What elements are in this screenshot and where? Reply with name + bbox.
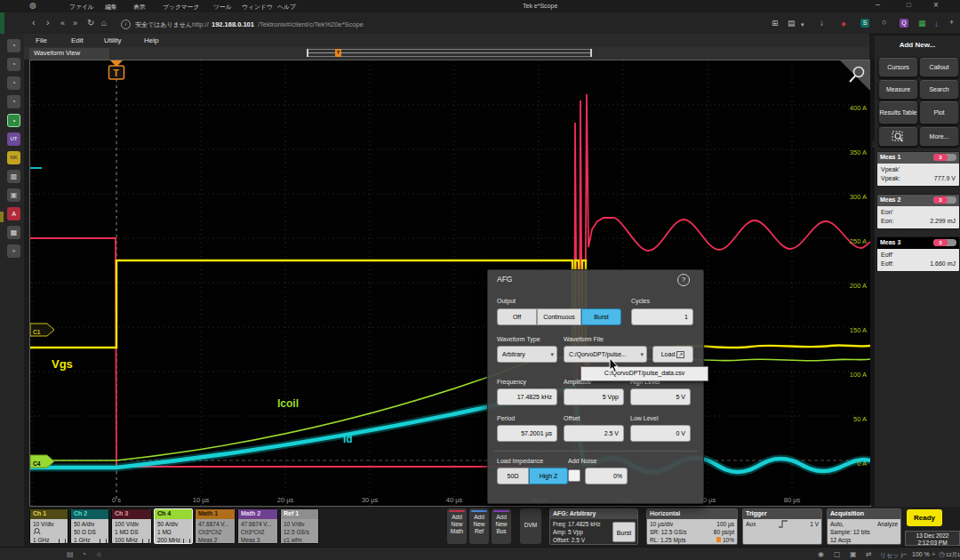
overview-trigger-marker[interactable]: T [335, 49, 341, 57]
swap-icon[interactable]: ⇄ [866, 550, 872, 558]
math1-badge[interactable]: Math 1 47.6674 V... Ch3*Ch2 Meas 2 [195, 508, 236, 544]
afg-burst-button[interactable]: Burst [612, 522, 636, 542]
ch3-badge[interactable]: Ch 3 100 V/div 1 MΩ DS 100 MHz [111, 508, 152, 544]
forward-icon[interactable]: › [46, 19, 50, 27]
sync-icon[interactable]: ◔ [82, 550, 86, 558]
waveform-type-dropdown[interactable]: Arbitrary▾ [497, 346, 557, 363]
help-icon[interactable]: ? [677, 274, 690, 286]
zoom-out-icon[interactable]: − [903, 550, 908, 558]
ref1-badge[interactable]: Ref 1 10 V/div 12.5 GS/s c1.wfm [280, 508, 319, 544]
extension-red-icon[interactable]: ● [841, 19, 846, 28]
cursors-button[interactable]: Cursors [878, 57, 918, 77]
offset-input[interactable]: 2.5 V [564, 425, 624, 442]
frequency-input[interactable]: 17.4825 kHz [497, 388, 557, 405]
output-burst-button[interactable]: Burst [581, 308, 621, 325]
ch4-badge[interactable]: Ch 4 50 A/div 1 MΩ 200 MHz [154, 508, 193, 544]
add-new-bus-button[interactable]: Add New Bus [492, 508, 511, 544]
bookmark-icon[interactable]: ▤ [788, 20, 796, 28]
impedance-50ohm-button[interactable]: 50Ω [497, 468, 529, 484]
image-toggle-icon[interactable]: ▣ [850, 550, 857, 558]
info-icon[interactable]: i [121, 20, 131, 29]
menu-bookmarks-jp[interactable]: ブックマーク [163, 3, 200, 12]
low-level-input[interactable]: 0 V [630, 425, 691, 442]
menu-help-jp[interactable]: ヘルプ [277, 3, 296, 12]
trigger-badge[interactable]: Trigger Aux 1 V [742, 508, 822, 545]
fastforward-icon[interactable]: » [73, 20, 77, 28]
menu-view-jp[interactable]: 表示 [133, 3, 146, 12]
reload-icon[interactable]: ↻ [87, 19, 94, 27]
tab-icon-3[interactable]: ◔ [7, 76, 20, 90]
panel-toggle-icon[interactable]: ▤ [67, 550, 74, 558]
rewind-icon[interactable]: « [60, 20, 65, 28]
waveform-view-tab[interactable]: Waveform View [29, 48, 109, 60]
tab-icon-a[interactable]: A [7, 207, 20, 220]
tab-icon-grid[interactable]: ▦ [7, 226, 20, 239]
math2-badge[interactable]: Math 2 47.6674 V... Ch3*Ch2 Meas 3 [237, 508, 278, 544]
measure-button[interactable]: Measure [878, 79, 918, 100]
new-tab-icon[interactable]: + [7, 244, 20, 258]
capture-icon[interactable]: ◉ [818, 550, 824, 558]
waveform-file-dropdown[interactable]: C:/QorvoDPT/pulse...▾ [564, 346, 647, 363]
close-button[interactable]: × [933, 1, 939, 9]
load-button[interactable]: Load ↗ [652, 346, 693, 363]
active-tab-icon[interactable]: ◔ [7, 114, 20, 127]
tab-icon-ut[interactable]: UT [7, 132, 20, 146]
impedance-highz-button[interactable]: High Z [529, 468, 568, 484]
waveform-plot[interactable]: C1 C4 T Vgs Icoil Id 400 A 350 A 300 A 2… [29, 60, 871, 507]
tab-icon-3d[interactable]: ▣ [7, 188, 20, 202]
home-status-icon[interactable]: ⌂ [97, 550, 101, 558]
chevron-down-icon[interactable]: ▾ [801, 20, 804, 28]
extension-grid-icon[interactable]: ▦ [918, 19, 926, 28]
ch1-badge[interactable]: Ch 1 10 V/div 1 GHz [29, 508, 68, 544]
output-off-button[interactable]: Off [497, 308, 537, 325]
output-continuous-button[interactable]: Continuous [537, 308, 581, 325]
tab-icon-1[interactable]: ◔ [7, 39, 20, 52]
meas3-pill[interactable]: 3 [933, 239, 956, 246]
minimize-button[interactable]: – [876, 1, 880, 9]
app-menu-utility[interactable]: Utility [104, 36, 122, 44]
home-icon[interactable]: ⌂ [101, 19, 107, 27]
url-host[interactable]: 192.168.0.101 [212, 20, 254, 28]
ready-button[interactable]: Ready [907, 509, 942, 526]
meas1-badge[interactable]: Meas 1 3 Vpeak' Vpeak:777.9 V [876, 151, 960, 187]
afg-badge[interactable]: AFG: Arbitrary Freq: 17.4825 kHz Amp: 5 … [549, 508, 638, 545]
reset-link[interactable]: リセット [880, 551, 906, 560]
tab-icon-nk[interactable]: NK [7, 151, 20, 164]
app-menu-file[interactable]: File [36, 36, 47, 44]
afg-dialog[interactable]: AFG ? Output Off Continuous Burst Cycles… [487, 269, 704, 504]
meas2-pill[interactable]: 3 [933, 196, 956, 204]
tile-grid-icon[interactable]: ⊞ [772, 20, 779, 28]
ch2-badge[interactable]: Ch 2 50 A/div 50 Ω DS 1 GHz [70, 508, 109, 544]
period-input[interactable]: 57.2001 µs [497, 425, 557, 442]
zoom-in-icon[interactable]: + [932, 550, 936, 558]
plot-button[interactable]: Plot [919, 100, 959, 124]
app-menu-help[interactable]: Help [144, 36, 158, 44]
more-button[interactable]: More... [919, 126, 959, 147]
puzzle-icon[interactable]: + [949, 19, 954, 27]
callout-button[interactable]: Callout [919, 57, 959, 77]
meas3-badge[interactable]: Meas 3 3 Eoff' Eoff:1.660 mJ [876, 236, 960, 272]
maximize-button[interactable]: □ [907, 1, 911, 9]
tile-icon[interactable]: ▢ [834, 550, 841, 558]
menu-tools-jp[interactable]: ツール [213, 3, 232, 12]
back-icon[interactable]: ‹ [32, 19, 36, 27]
extension-s-icon[interactable]: S [860, 19, 869, 28]
meas2-badge[interactable]: Meas 2 3 Eon' Eon:2.299 mJ [876, 194, 960, 229]
menu-window-jp[interactable]: ウィンドウ [242, 3, 273, 12]
high-level-input[interactable]: 5 V [630, 388, 691, 405]
add-new-math-button[interactable]: Add New Math [447, 508, 467, 544]
add-new-ref-button[interactable]: Add New Ref [469, 508, 489, 544]
results-table-button[interactable]: Results Table [878, 100, 918, 124]
menu-file-jp[interactable]: ファイル [69, 3, 94, 12]
cycles-input[interactable]: 1 [631, 308, 693, 325]
download-icon[interactable]: ↓ [820, 19, 824, 27]
zoom-mode-button[interactable] [878, 126, 918, 147]
zoom-level[interactable]: 100 % [912, 551, 930, 557]
noise-percent-input[interactable]: 0% [585, 468, 628, 484]
tab-icon-4[interactable]: ◔ [7, 95, 20, 108]
extension-q-icon[interactable]: Q [900, 19, 908, 28]
horizontal-overview-bar[interactable]: T [307, 49, 592, 57]
extension-down-icon[interactable]: ↓ [934, 19, 939, 28]
menu-edit-jp[interactable]: 編集 [105, 3, 117, 12]
acquisition-badge[interactable]: Acquisition Auto,Analyze Sample: 12 bits… [827, 508, 901, 545]
